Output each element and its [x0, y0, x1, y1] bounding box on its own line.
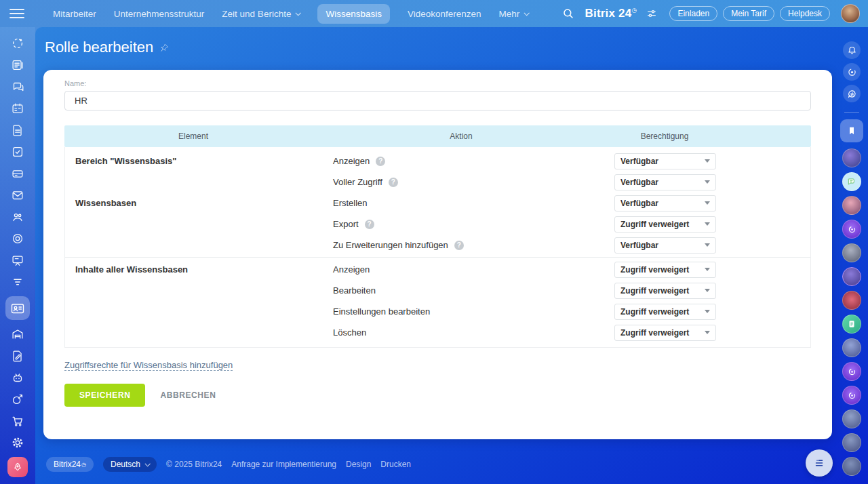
language-selector[interactable]: Deutsch [103, 457, 157, 472]
calendar-icon[interactable] [10, 101, 25, 116]
chevron-down-icon [296, 10, 301, 16]
permission-select[interactable]: Zugriff verweigert [614, 283, 716, 299]
menu-item-mitarbeiter[interactable]: Mitarbeiter [53, 9, 96, 19]
news-feed-icon[interactable] [10, 58, 25, 73]
chat-bubbles-avatar[interactable] [842, 172, 861, 191]
top-navigation-bar: Mitarbeiter Unternehmensstruktur Zeit un… [0, 0, 868, 27]
name-field-label: Name: [64, 79, 811, 87]
bitrix24-logo[interactable]: Bitrix 24◷ [585, 7, 637, 20]
permission-select[interactable]: Zugriff verweigert [614, 325, 716, 341]
clock-icon: ◷ [631, 7, 637, 14]
table-row: Export? Zugriff verweigert [323, 214, 810, 235]
notifications-bell-icon[interactable] [843, 41, 861, 59]
menu-item-unternehmensstruktur[interactable]: Unternehmensstruktur [114, 9, 205, 19]
permission-select[interactable]: Verfügbar [614, 237, 716, 254]
help-icon[interactable]: ? [389, 178, 398, 187]
group-chat-avatar[interactable] [842, 457, 861, 476]
bitrix24-app: Mitarbeiter Unternehmensstruktur Zeit un… [0, 0, 868, 484]
permission-select[interactable]: Zugriff verweigert [614, 262, 716, 278]
chat-avatar[interactable] [842, 291, 861, 310]
crm-ring-icon[interactable] [10, 231, 25, 246]
helpdesk-button[interactable]: Helpdesk [780, 6, 830, 21]
network-icon[interactable] [10, 36, 25, 51]
menu-item-zeit-und-berichte[interactable]: Zeit und Berichte [222, 9, 300, 19]
permission-select[interactable]: Zugriff verweigert [614, 304, 716, 320]
messenger-icon[interactable] [10, 79, 25, 94]
warehouse-icon[interactable] [10, 327, 25, 342]
permission-select[interactable]: Verfügbar [614, 195, 716, 211]
table-row: Anzeigen? Verfügbar [323, 150, 810, 172]
left-sidebar [0, 27, 35, 484]
filter-settings-icon[interactable] [646, 8, 657, 19]
menu-item-videokonferenzen[interactable]: Videokonferenzen [408, 9, 481, 19]
document-channel-avatar[interactable] [842, 315, 861, 334]
tasks-icon[interactable] [10, 144, 25, 159]
table-row: Erstellen Verfügbar [323, 193, 810, 214]
column-header-element: Element [64, 132, 322, 141]
chat-avatar[interactable] [842, 196, 861, 215]
table-row: Anzeigen Zugriff verweigert [323, 259, 810, 280]
bookmark-icon-active[interactable] [840, 119, 863, 142]
user-avatar[interactable] [841, 4, 860, 23]
menu-item-wissensbasis[interactable]: Wissensbasis [317, 4, 390, 24]
menu-item-mehr[interactable]: Mehr [499, 9, 529, 19]
messenger-sync-icon[interactable] [843, 85, 861, 102]
pin-icon[interactable] [159, 43, 170, 53]
caret-down-icon [705, 222, 710, 226]
copilot-chat-avatar[interactable] [842, 220, 861, 239]
whiteboard-icon[interactable] [10, 253, 25, 268]
page-title: Rolle bearbeiten [45, 39, 170, 56]
role-name-input[interactable] [64, 91, 811, 110]
invite-button[interactable]: Einladen [669, 6, 717, 21]
permission-select[interactable]: Verfügbar [614, 153, 716, 169]
search-icon[interactable] [562, 7, 574, 20]
sales-funnel-icon[interactable] [10, 275, 25, 289]
copilot-chat-avatar[interactable] [842, 362, 861, 381]
group-element-label: Inhalte aller Wissensbasen [65, 259, 323, 343]
cancel-button[interactable]: ABBRECHEN [160, 390, 216, 400]
documents-icon[interactable] [10, 123, 25, 138]
table-row: Zu Erweiterungen hinzufügen? Verfügbar [323, 235, 810, 256]
add-access-rights-link[interactable]: Zugriffsrechte für Wissensbasis hinzufüg… [64, 360, 233, 371]
permission-select[interactable]: Verfügbar [614, 174, 716, 190]
footer-link-implementation[interactable]: Anfrage zur Implementierung [231, 460, 336, 469]
help-icon[interactable]: ? [376, 157, 385, 166]
save-button[interactable]: SPEICHERN [64, 384, 145, 407]
footer-link-design[interactable]: Design [346, 460, 371, 469]
group-chat-avatar[interactable] [842, 433, 861, 452]
knowledge-base-icon-active[interactable] [5, 296, 30, 320]
chat-avatar[interactable] [842, 148, 861, 167]
shop-cart-icon[interactable] [10, 414, 25, 428]
e-signature-icon[interactable] [10, 348, 25, 363]
clock-icon: ◷ [81, 462, 86, 468]
my-plan-button[interactable]: Mein Tarif [723, 6, 774, 21]
chat-avatar[interactable] [842, 267, 861, 286]
mail-icon[interactable] [10, 188, 25, 203]
hamburger-menu-icon[interactable] [9, 9, 24, 18]
permission-select[interactable]: Zugriff verweigert [614, 216, 716, 233]
help-icon[interactable]: ? [365, 220, 374, 229]
footer-link-print[interactable]: Drucken [380, 460, 411, 469]
copilot-icon[interactable] [843, 63, 861, 81]
copilot-chat-avatar[interactable] [842, 386, 861, 405]
ai-robot-icon[interactable] [10, 370, 25, 385]
marketing-target-icon[interactable] [10, 392, 25, 407]
caret-down-icon [705, 310, 710, 313]
footer-brand-button[interactable]: Bitrix24◷ [46, 457, 94, 472]
permission-group-wissensbasen: Wissensbasen Erstellen Verfügbar Export?… [65, 193, 810, 256]
group-chat-avatar[interactable] [842, 338, 861, 357]
chevron-down-icon [144, 461, 150, 466]
table-row: Löschen Zugriff verweigert [323, 322, 810, 343]
table-row: Einstellungen bearbeiten Zugriff verweig… [323, 301, 810, 322]
quick-menu-button[interactable] [806, 449, 833, 477]
drive-icon[interactable] [10, 166, 25, 181]
chat-avatar[interactable] [842, 243, 861, 262]
caret-down-icon [705, 289, 710, 292]
help-icon[interactable]: ? [454, 241, 464, 250]
hr-people-icon[interactable] [10, 209, 25, 224]
group-chat-avatar[interactable] [842, 409, 861, 428]
rocket-icon[interactable] [7, 457, 28, 477]
permissions-table: Element Aktion Berechtigung Bereich "Wis… [64, 125, 811, 348]
action-label: Anzeigen [333, 264, 370, 275]
settings-gear-icon[interactable] [10, 435, 25, 450]
